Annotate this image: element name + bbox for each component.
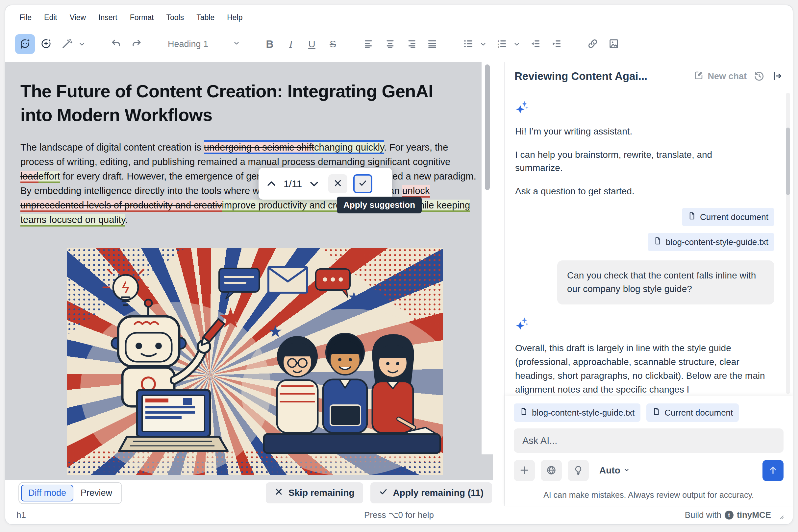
collapse-sidebar-button[interactable] (772, 70, 783, 82)
composer-chip-current-document[interactable]: Current document (646, 403, 739, 422)
chevron-down-icon[interactable] (78, 40, 86, 48)
statusbar: h1 Press ⌥0 for help Build with t tinyMC… (5, 506, 793, 524)
ideas-button[interactable] (568, 460, 589, 481)
indent-icon (551, 38, 562, 50)
redo-button[interactable] (127, 34, 147, 54)
new-chat-button[interactable]: New chat (694, 70, 747, 82)
italic-icon: I (289, 38, 293, 50)
new-chat-label: New chat (708, 71, 747, 81)
block-format-select[interactable]: Heading 1 (163, 34, 245, 54)
model-mode-select[interactable]: Auto (599, 465, 630, 476)
menu-help[interactable]: Help (221, 11, 248, 25)
strikethrough-button[interactable]: S (323, 34, 343, 54)
text-run: The landscape of digital content creatio… (20, 142, 204, 153)
underline-button[interactable]: U (302, 34, 322, 54)
composer-chip-style-guide[interactable]: blog-content-style-guide.txt (514, 403, 641, 422)
menu-edit[interactable]: Edit (38, 11, 63, 25)
align-center-button[interactable] (380, 34, 400, 54)
chevron-down-icon (232, 39, 241, 50)
app-window: File Edit View Insert Format Tools Table… (5, 5, 793, 525)
document-icon (520, 407, 528, 418)
chevron-down-icon[interactable] (513, 40, 521, 48)
chip-label: Current document (665, 408, 733, 418)
ai-sparkle-icon (515, 100, 530, 114)
menu-view[interactable]: View (64, 11, 91, 25)
apply-remaining-button[interactable]: Apply remaining (11) (370, 482, 492, 504)
align-left-icon (364, 38, 375, 50)
menu-table[interactable]: Table (191, 11, 220, 25)
insert-image-button[interactable] (604, 34, 624, 54)
numbered-list-button[interactable]: 123 (492, 34, 512, 54)
tinymce-branding[interactable]: Build with t tinyMCE (685, 510, 784, 520)
document-icon (688, 212, 696, 222)
ask-ai-input[interactable] (514, 429, 783, 453)
editor-scrollbar-thumb[interactable] (485, 64, 490, 190)
ai-shortcuts-button[interactable] (36, 34, 56, 54)
diff-deletion-selected[interactable]: undergoing a seismic shift (204, 140, 314, 154)
skip-remaining-button[interactable]: Skip remaining (266, 482, 363, 504)
menu-format[interactable]: Format (124, 11, 160, 25)
bullet-list-icon (463, 38, 474, 50)
arrow-up-icon (768, 465, 778, 476)
undo-button[interactable] (106, 34, 126, 54)
svg-text:3: 3 (498, 45, 499, 48)
chat-scrollbar-thumb[interactable] (786, 128, 790, 195)
chevron-down-icon (623, 465, 630, 476)
history-icon (753, 70, 765, 83)
reject-suggestion-button[interactable] (328, 174, 347, 193)
link-icon (587, 38, 598, 50)
editor-pane: The Future of Content Creation: Integrat… (5, 62, 504, 506)
ai-assistant-button[interactable] (15, 34, 35, 54)
bold-icon: B (266, 38, 273, 50)
italic-button[interactable]: I (281, 34, 301, 54)
magic-wand-button[interactable] (57, 34, 77, 54)
diff-insertion-selected[interactable]: changing quickly (314, 140, 384, 154)
ai-disclaimer: AI can make mistakes. Always review outp… (514, 490, 783, 502)
attach-button[interactable] (514, 460, 535, 481)
context-chip-current-document[interactable]: Current document (682, 208, 774, 226)
plus-icon (519, 465, 530, 476)
bold-button[interactable]: B (260, 34, 280, 54)
bullet-list-button[interactable] (459, 34, 478, 54)
align-justify-button[interactable] (422, 34, 442, 54)
menu-insert[interactable]: Insert (93, 11, 123, 25)
next-suggestion-button[interactable] (309, 178, 320, 189)
collapse-icon (772, 70, 783, 82)
editor-scrollbar[interactable] (482, 62, 493, 454)
align-right-button[interactable] (401, 34, 421, 54)
element-path[interactable]: h1 (16, 510, 26, 520)
diff-deletion[interactable]: load (20, 171, 38, 183)
previous-suggestion-button[interactable] (266, 178, 277, 189)
apply-suggestion-tooltip: Apply suggestion (337, 197, 422, 213)
diff-insertion[interactable]: effort (38, 171, 60, 183)
document-illustration[interactable] (67, 248, 443, 475)
outdent-button[interactable] (526, 34, 545, 54)
context-chip-style-guide[interactable]: blog-content-style-guide.txt (648, 233, 774, 251)
indent-button[interactable] (547, 34, 567, 54)
lightbulb-icon (573, 465, 583, 476)
align-left-button[interactable] (359, 34, 379, 54)
diff-mode-tab[interactable]: Diff mode (21, 484, 73, 501)
suggestion-counter: 1/11 (282, 178, 303, 189)
web-search-button[interactable] (541, 460, 562, 481)
menu-file[interactable]: File (14, 11, 37, 25)
new-chat-icon (694, 70, 704, 82)
chip-label: blog-content-style-guide.txt (532, 408, 634, 418)
document-canvas[interactable]: The Future of Content Creation: Integrat… (5, 62, 493, 480)
menu-tools[interactable]: Tools (161, 11, 190, 25)
preview-tab[interactable]: Preview (73, 485, 119, 501)
skip-remaining-label: Skip remaining (289, 488, 355, 498)
chat-history-button[interactable] (753, 70, 765, 83)
send-button[interactable] (762, 460, 783, 481)
model-mode-value: Auto (599, 465, 620, 476)
close-icon (274, 487, 283, 498)
redo-icon (131, 38, 143, 50)
close-icon (333, 178, 342, 189)
document-icon (654, 237, 662, 247)
apply-suggestion-button[interactable] (353, 174, 372, 193)
link-button[interactable] (583, 34, 602, 54)
assistant-message: Hi! I’m your writing assistant. (515, 125, 745, 138)
chevron-down-icon[interactable] (479, 40, 487, 48)
resize-handle[interactable] (778, 512, 784, 518)
chat-title: Reviewing Content Agai... (515, 70, 687, 82)
